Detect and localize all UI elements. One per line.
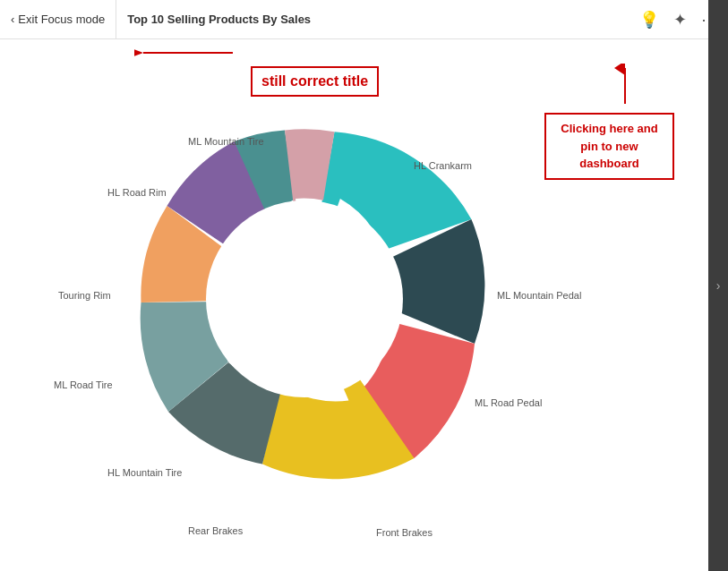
sidebar-collapse-icon: › — [716, 278, 721, 293]
label-hl-crankarm: HL Crankarm — [414, 160, 472, 171]
header-icons: 💡 ✦ ⋯ — [639, 10, 717, 30]
lightbulb-icon[interactable]: 💡 — [639, 10, 659, 30]
label-hl-road-rim: HL Road Rim — [107, 187, 167, 198]
main-content: ML Mountain Tire HL Road Rim Touring Rim… — [0, 39, 708, 571]
pin-annotation-text: Clicking here and pin to new dashboard — [561, 122, 657, 170]
pin-annotation-box: Clicking here and pin to new dashboard — [544, 113, 674, 180]
title-annotation-text: still correct title — [261, 73, 368, 89]
header-bar: ‹ Exit Focus mode Top 10 Selling Product… — [0, 0, 728, 39]
donut-hole — [206, 200, 403, 397]
title-annotation: still correct title — [251, 66, 379, 97]
label-hl-mountain-tire: HL Mountain Tire — [107, 467, 182, 478]
report-title: Top 10 Selling Products By Sales — [116, 13, 639, 26]
title-annotation-box: still correct title — [251, 66, 379, 97]
label-rear-brakes: Rear Brakes — [188, 525, 243, 536]
label-ml-road-pedal: ML Road Pedal — [475, 397, 542, 408]
label-ml-road-tire: ML Road Tire — [54, 379, 113, 390]
label-ml-mountain-pedal: ML Mountain Pedal — [497, 290, 581, 301]
label-ml-mountain-tire: ML Mountain Tire — [188, 136, 264, 147]
donut-chart — [90, 84, 537, 514]
right-sidebar-toggle[interactable]: › — [708, 0, 728, 571]
exit-focus-button[interactable]: ‹ Exit Focus mode — [11, 0, 116, 38]
exit-focus-label: Exit Focus mode — [18, 13, 105, 26]
pin-annotation: Clicking here and pin to new dashboard — [544, 113, 674, 180]
pin-icon[interactable]: ✦ — [673, 10, 687, 30]
label-front-brakes: Front Brakes — [376, 527, 433, 538]
label-touring-rim: Touring Rim — [58, 290, 111, 301]
report-title-text: Top 10 Selling Products By Sales — [127, 13, 311, 26]
arrow-to-title — [134, 39, 242, 71]
arrow-to-pin — [607, 64, 643, 108]
chevron-left-icon: ‹ — [11, 13, 14, 26]
